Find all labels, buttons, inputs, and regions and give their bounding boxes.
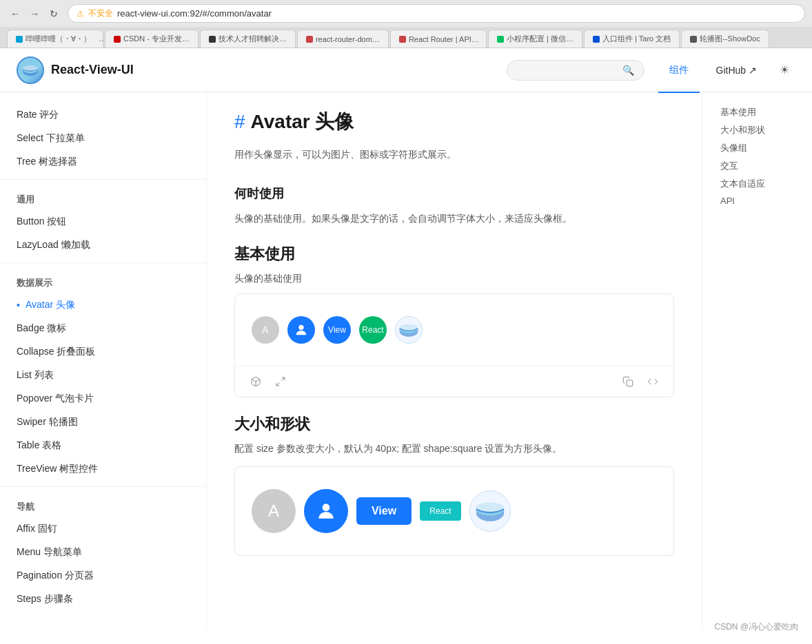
sidebar: Rate 评分 Select 下拉菜单 Tree 树选择器 通用 Button …	[0, 92, 207, 630]
sidebar-item-table[interactable]: Table 表格	[0, 434, 206, 457]
nav-components[interactable]: 组件	[658, 59, 700, 82]
nav-github[interactable]: GitHub ↗	[705, 59, 768, 81]
sidebar-item-pagination[interactable]: Pagination 分页器	[0, 564, 206, 588]
sidebar-item-affix[interactable]: Affix 固钉	[0, 517, 206, 541]
theme-icon: ☀	[780, 63, 789, 76]
expand-button[interactable]	[271, 372, 290, 391]
toc-api[interactable]: API	[713, 193, 801, 209]
logo-icon	[17, 56, 44, 84]
when-to-use-desc: 头像的基础使用。如果头像是文字的话，会自动调节字体大小，来适应头像框。	[234, 210, 674, 227]
code-icon	[647, 376, 658, 387]
size-demo-content: A View React	[235, 467, 673, 555]
tab-wechat[interactable]: 小程序配置 | 微信…	[488, 30, 582, 48]
avatar-react: React	[359, 316, 387, 344]
page-description: 用作头像显示，可以为图片、图标或字符形式展示。	[234, 146, 674, 163]
sidebar-item-rate[interactable]: Rate 评分	[0, 103, 206, 127]
refresh-button[interactable]: ↻	[45, 6, 62, 22]
search-icon: 🔍	[622, 65, 634, 76]
sidebar-divider-3	[0, 486, 206, 487]
tab-taro[interactable]: 入口组件 | Taro 文档	[584, 30, 680, 48]
sidebar-item-swiper[interactable]: Swiper 轮播图	[0, 411, 206, 434]
copy-button[interactable]	[618, 372, 638, 391]
security-icon: ⚠	[77, 9, 84, 19]
avatar-gray-a: A	[252, 316, 279, 344]
browser-chrome: ← → ↻ ⚠ 不安全 react-view-ui.com:92/#/commo…	[0, 0, 812, 48]
cube-icon	[250, 376, 261, 387]
tab-react-router-dom[interactable]: react-router-dom…	[297, 30, 389, 48]
size-shape-title: 大小和形状	[234, 414, 674, 435]
app-header: React-View-UI 🔍 组件 GitHub ↗ ☀	[0, 48, 812, 92]
sidebar-section-general: 通用	[0, 185, 206, 210]
search-input[interactable]	[517, 65, 617, 75]
sidebar-section-nav: 导航	[0, 492, 206, 517]
back-button[interactable]: ←	[7, 6, 23, 22]
tab-recruit[interactable]: 技术人才招聘解决…	[200, 30, 296, 48]
sidebar-item-badge[interactable]: Badge 微标	[0, 317, 206, 340]
tab-csdn[interactable]: CSDN - 专业开发…	[105, 30, 199, 48]
content-area: # Avatar 头像 用作头像显示，可以为图片、图标或字符形式展示。 何时使用…	[207, 92, 702, 630]
forward-button[interactable]: →	[26, 6, 43, 22]
theme-toggle-button[interactable]: ☀	[773, 59, 795, 81]
sidebar-item-popover[interactable]: Popover 气泡卡片	[0, 387, 206, 411]
basic-demo-content: A View React	[235, 294, 673, 366]
svg-line-8	[281, 377, 285, 381]
app-nav: 组件 GitHub ↗ ☀	[658, 59, 795, 82]
basic-usage-label: 头像的基础使用	[234, 273, 674, 285]
logo-title: React-View-UI	[51, 63, 134, 77]
tab-bilibili[interactable]: 哔哩哔哩（・∀・）ゞ…	[7, 30, 103, 48]
sidebar-item-collapse[interactable]: Collapse 折叠面板	[0, 340, 206, 364]
page-title-text: Avatar 头像	[251, 109, 354, 135]
app-logo: React-View-UI	[17, 56, 507, 84]
avatar-view: View	[323, 316, 351, 344]
sidebar-divider-1	[0, 179, 206, 180]
page-title: # Avatar 头像	[234, 109, 674, 135]
large-bowl-logo	[471, 492, 509, 530]
bowl-logo	[396, 318, 421, 342]
avatar-image	[395, 316, 423, 344]
when-to-use-title: 何时使用	[234, 185, 674, 202]
large-person-icon	[315, 500, 337, 522]
sidebar-item-list[interactable]: List 列表	[0, 364, 206, 387]
sidebar-item-lazyload[interactable]: LazyLoad 懒加载	[0, 233, 206, 257]
toc-avatar-group[interactable]: 头像组	[713, 139, 801, 157]
avatar-square-react: React	[420, 501, 461, 521]
copy-icon	[622, 376, 633, 387]
person-icon	[294, 322, 309, 337]
code-button[interactable]	[643, 372, 662, 391]
toc-size-shape[interactable]: 大小和形状	[713, 121, 801, 139]
basic-demo-box: A View React	[234, 293, 674, 397]
browser-nav-buttons: ← → ↻	[7, 6, 62, 22]
sidebar-item-select[interactable]: Select 下拉菜单	[0, 127, 206, 150]
browser-toolbar: ← → ↻ ⚠ 不安全 react-view-ui.com:92/#/commo…	[0, 0, 812, 27]
expand-icon	[275, 376, 286, 387]
url-text: react-view-ui.com:92/#/common/avatar	[117, 8, 796, 19]
sidebar-item-steps[interactable]: Steps 步骤条	[0, 588, 206, 611]
sidebar-item-button[interactable]: Button 按钮	[0, 210, 206, 233]
avatar-large-image	[469, 490, 511, 532]
svg-line-9	[276, 383, 280, 386]
basic-usage-title: 基本使用	[234, 244, 674, 264]
address-bar[interactable]: ⚠ 不安全 react-view-ui.com:92/#/common/avat…	[68, 4, 805, 23]
tab-react-router-api[interactable]: React Router | API…	[390, 30, 487, 48]
sidebar-item-avatar[interactable]: Avatar 头像	[0, 293, 206, 317]
search-box[interactable]: 🔍	[507, 60, 644, 81]
sidebar-item-menu[interactable]: Menu 导航菜单	[0, 541, 206, 564]
basic-demo-toolbar	[235, 366, 673, 397]
browser-tabs: 哔哩哔哩（・∀・）ゞ… CSDN - 专业开发… 技术人才招聘解决… react…	[0, 27, 812, 48]
toc-basic-usage[interactable]: 基本使用	[713, 103, 801, 121]
main-layout: Rate 评分 Select 下拉菜单 Tree 树选择器 通用 Button …	[0, 92, 812, 630]
svg-point-11	[323, 504, 330, 512]
watermark: CSDN @冯心心爱吃肉	[709, 619, 804, 630]
tab-showdoc[interactable]: 轮播图--ShowDoc	[681, 30, 769, 48]
avatar-blue-icon	[287, 316, 315, 344]
sidebar-item-treeview[interactable]: TreeView 树型控件	[0, 457, 206, 481]
sandbox-button[interactable]	[246, 372, 265, 391]
sidebar-divider-2	[0, 262, 206, 263]
toc-interaction[interactable]: 交互	[713, 157, 801, 175]
not-secure-label: 不安全	[88, 8, 113, 19]
size-demo-box: A View React	[234, 466, 674, 556]
toc-text-adaptive[interactable]: 文本自适应	[713, 175, 801, 193]
avatar-large-gray-a: A	[252, 489, 296, 533]
sidebar-item-tree[interactable]: Tree 树选择器	[0, 150, 206, 174]
logo-svg	[21, 61, 40, 80]
